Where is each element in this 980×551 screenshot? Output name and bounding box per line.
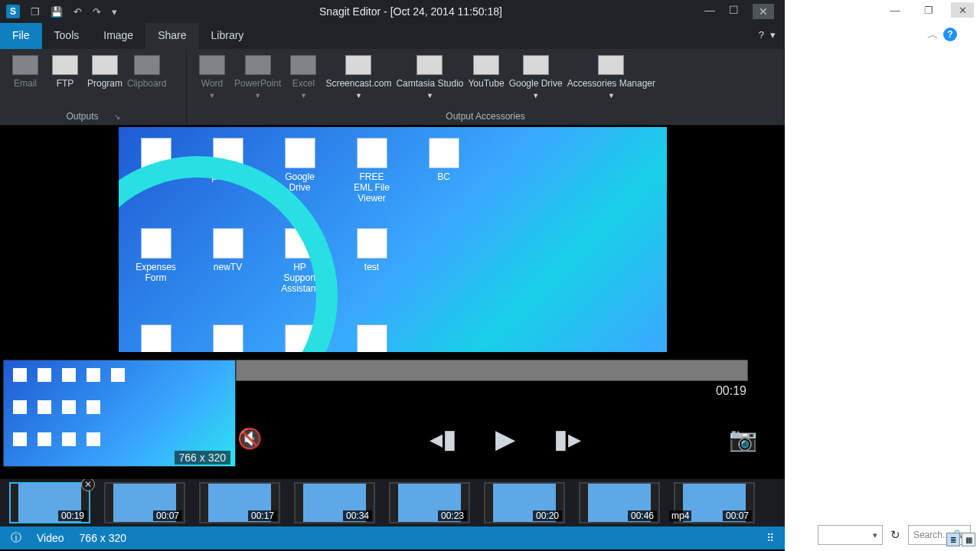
tray-item[interactable]: 00:07 (104, 482, 185, 523)
file-icon (141, 138, 172, 168)
desktop-icon[interactable]: test (353, 228, 391, 294)
volume-icon[interactable]: 🔇 (237, 427, 262, 451)
tray-time: 00:07 (153, 510, 182, 521)
ribbon-ppt-button[interactable]: PowerPoint▼ (234, 55, 281, 109)
ribbon-scast-button[interactable]: Screencast.com▼ (325, 55, 391, 109)
current-time: 00:19 (716, 384, 746, 398)
desktop-icon[interactable]: Paint.NET (137, 138, 175, 204)
tray-item[interactable]: 00:17 (199, 482, 280, 523)
clipboard-icon (134, 55, 160, 75)
file-icon (357, 228, 387, 259)
chevron-down-icon: ▼ (254, 92, 261, 99)
snapshot-button[interactable]: 📷 (729, 425, 757, 452)
ribbon-excel-button[interactable]: Excel▼ (286, 55, 321, 109)
desktop-icon[interactable]: HP Support Assistant (281, 228, 319, 294)
bg-collapse-icon[interactable]: ︿ (927, 28, 939, 42)
bg-view-list-icon[interactable]: ≣ (946, 533, 960, 546)
seek-bar[interactable] (236, 360, 748, 381)
file-icon (285, 324, 315, 352)
desktop-icon[interactable]: BC (425, 138, 463, 204)
video-preview[interactable]: Paint.NETpicture1Google DriveFREE EML Fi… (119, 127, 667, 352)
ribbon-ftp-button[interactable]: FTP (47, 55, 83, 109)
app-logo-icon[interactable]: S (6, 5, 20, 18)
bg-close-button[interactable]: ✕ (951, 2, 974, 18)
mini-preview[interactable]: 766 x 320 (3, 360, 236, 467)
chevron-down-icon: ▼ (355, 92, 362, 99)
close-button[interactable]: ✕ (753, 4, 774, 19)
desktop-icon[interactable]: newTV (209, 228, 247, 294)
file-icon (213, 138, 243, 168)
bg-reload-icon[interactable]: ↻ (890, 528, 900, 542)
window-title: Snagit Editor - [Oct 24, 2014 11:50:18] (117, 5, 704, 18)
ftp-icon (52, 55, 78, 75)
tray-time: 00:46 (628, 510, 657, 521)
tab-tools[interactable]: Tools (42, 23, 92, 49)
search-placeholder: Search... (913, 530, 950, 540)
tab-image[interactable]: Image (91, 23, 145, 49)
desktop-icon[interactable] (137, 324, 175, 352)
ribbon-email-button[interactable]: Email (8, 55, 43, 109)
bg-minimize-button[interactable]: — (884, 2, 906, 18)
step-forward-button[interactable]: ▮▸ (554, 423, 581, 454)
qat-save-icon[interactable]: 💾 (51, 6, 63, 18)
ribbon-acc-button[interactable]: Accessories Manager▼ (567, 55, 655, 109)
tray-format: mp4 (669, 510, 691, 521)
tray-item[interactable]: 00:23 (389, 482, 470, 523)
file-icon (357, 324, 387, 352)
desktop-icon[interactable] (353, 324, 391, 352)
info-icon[interactable]: ⓘ (11, 531, 21, 545)
ribbon-gdrive-button[interactable]: Google Drive▼ (509, 55, 563, 109)
maximize-button[interactable]: ☐ (729, 4, 739, 19)
qat-more-icon[interactable]: ▾ (112, 6, 117, 18)
desktop-icon[interactable]: FREE EML File Viewer (353, 138, 391, 204)
tab-share[interactable]: Share (145, 23, 198, 49)
tray-item[interactable]: 00:34 (294, 482, 375, 523)
step-back-button[interactable]: ◂▮ (430, 423, 457, 454)
email-icon (12, 55, 38, 75)
ribbon-clipboard-button[interactable]: Clipboard (127, 55, 166, 109)
bg-maximize-button[interactable]: ❐ (917, 2, 940, 18)
bg-view-grid-icon[interactable]: ▦ (962, 533, 975, 546)
file-icon (213, 228, 243, 259)
help-icon[interactable]: ? (759, 29, 764, 43)
resize-grip-icon[interactable]: ⠿ (766, 532, 774, 544)
play-button[interactable]: ▶ (495, 423, 515, 454)
program-icon (92, 55, 118, 75)
desktop-icon[interactable]: picture1 (209, 138, 247, 204)
ribbon-group-outputs: Outputs (66, 111, 98, 122)
tab-file[interactable]: File (0, 23, 42, 49)
ribbon-yt-button[interactable]: YouTube (468, 55, 504, 109)
tray-item[interactable]: 00:46 (579, 482, 660, 523)
tray-close-icon[interactable]: ✕ (81, 479, 95, 491)
ribbon-cams-button[interactable]: Camtasia Studio▼ (396, 55, 463, 109)
tray-time: 00:23 (438, 510, 467, 521)
desktop-icon[interactable]: Google Drive (281, 138, 319, 204)
qat-undo-icon[interactable]: ↶ (74, 6, 82, 18)
help-dropdown-icon[interactable]: ▾ (770, 29, 776, 43)
ribbon: EmailFTPProgramClipboard Outputs ↘ Word▼… (0, 49, 785, 126)
status-kind: Video (37, 532, 64, 544)
bg-help-icon[interactable]: ? (943, 28, 957, 41)
tray-item[interactable]: mp400:07 (674, 482, 755, 523)
desktop-icon[interactable] (281, 324, 319, 352)
ribbon-program-button[interactable]: Program (87, 55, 122, 109)
bg-filter-dropdown[interactable]: ▾ (818, 525, 883, 545)
snagit-editor-window: S ❐ 💾 ↶ ↷ ▾ Snagit Editor - [Oct 24, 201… (0, 0, 785, 551)
ribbon-word-button[interactable]: Word▼ (194, 55, 230, 109)
desktop-icon[interactable]: Expenses Form (137, 228, 175, 294)
tray-time: 00:19 (58, 510, 87, 521)
outputs-dialog-icon[interactable]: ↘ (114, 112, 120, 121)
status-bar: ⓘ Video 766 x 320 ⠿ (0, 527, 785, 549)
minimize-button[interactable]: — (704, 4, 715, 19)
qat-windows-icon[interactable]: ❐ (31, 6, 40, 18)
tab-library[interactable]: Library (199, 23, 256, 49)
tray-item[interactable]: 00:19✕ (9, 482, 90, 523)
tray-item[interactable]: 00:20 (484, 482, 565, 523)
icon-label: Paint.NET (135, 171, 177, 182)
file-icon (141, 228, 172, 259)
desktop-icon[interactable] (209, 324, 247, 352)
yt-icon (473, 55, 499, 75)
ribbon-label: Program (87, 78, 122, 89)
icon-label: BC (437, 171, 450, 182)
qat-redo-icon[interactable]: ↷ (93, 6, 101, 18)
